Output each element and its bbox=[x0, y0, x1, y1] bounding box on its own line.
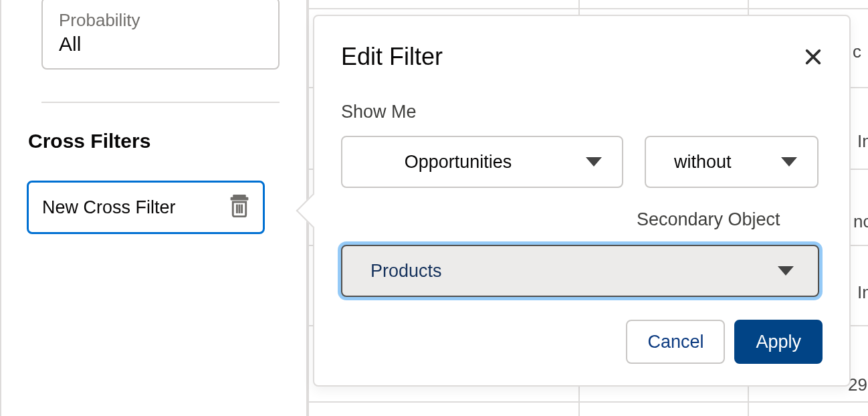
table-cell: 29 bbox=[848, 375, 867, 395]
close-icon[interactable] bbox=[804, 47, 823, 66]
table-cell: In bbox=[857, 282, 868, 303]
filter-card-label: Probability bbox=[59, 9, 262, 31]
filter-card-value: All bbox=[59, 31, 262, 57]
popover-title: Edit Filter bbox=[341, 43, 443, 71]
secondary-object-select[interactable]: Products bbox=[341, 245, 819, 297]
secondary-object-value: Products bbox=[370, 261, 442, 282]
popover-button-row: Cancel Apply bbox=[341, 320, 823, 364]
sidebar-divider bbox=[41, 102, 280, 103]
svg-rect-1 bbox=[231, 197, 249, 201]
chevron-down-icon bbox=[778, 266, 794, 276]
cancel-button[interactable]: Cancel bbox=[626, 320, 725, 364]
relation-select[interactable]: without bbox=[645, 136, 819, 188]
trash-icon[interactable] bbox=[229, 195, 249, 220]
cross-filter-item-label: New Cross Filter bbox=[42, 197, 176, 218]
edit-filter-popover: Edit Filter Show Me Opportunities withou… bbox=[313, 15, 851, 387]
table-cell: In bbox=[857, 131, 868, 152]
show-me-row: Opportunities without bbox=[341, 136, 823, 188]
relation-value: without bbox=[674, 152, 732, 173]
apply-button-label: Apply bbox=[756, 332, 801, 352]
primary-object-value: Opportunities bbox=[370, 152, 546, 173]
apply-button[interactable]: Apply bbox=[734, 320, 823, 364]
show-me-label: Show Me bbox=[341, 102, 823, 122]
primary-object-select[interactable]: Opportunities bbox=[341, 136, 623, 188]
chevron-down-icon bbox=[586, 157, 602, 167]
cross-filters-heading: Cross Filters bbox=[28, 130, 293, 152]
filters-sidebar: Probability All Cross Filters New Cross … bbox=[0, 0, 308, 416]
secondary-object-label: Secondary Object bbox=[341, 209, 823, 230]
cancel-button-label: Cancel bbox=[647, 332, 703, 352]
chevron-down-icon bbox=[781, 157, 797, 167]
table-cell: c bbox=[853, 41, 861, 62]
table-cell: nc bbox=[853, 211, 868, 232]
cross-filter-item-new[interactable]: New Cross Filter bbox=[27, 181, 265, 234]
filter-card-probability[interactable]: Probability All bbox=[41, 0, 280, 70]
